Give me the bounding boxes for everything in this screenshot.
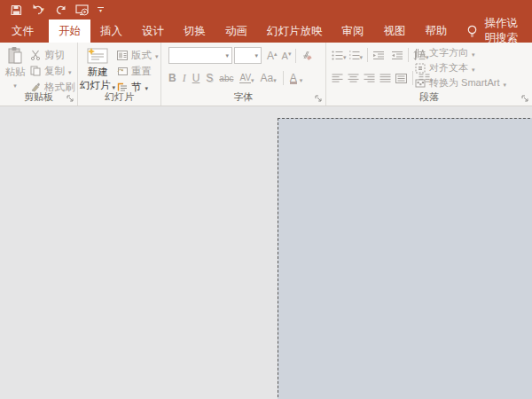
layout-label: 版式	[131, 49, 152, 62]
smartart-icon	[415, 78, 426, 89]
lightbulb-icon	[466, 25, 478, 38]
text-direction-button[interactable]: 文字方向	[415, 45, 506, 60]
font-color-button[interactable]: A	[290, 70, 303, 86]
paragraph-dialog-launcher-icon[interactable]	[521, 95, 529, 103]
align-right-icon[interactable]	[364, 74, 375, 83]
underline-button[interactable]: U	[192, 72, 200, 84]
copy-dropdown-icon[interactable]	[68, 66, 72, 76]
text-direction-icon	[415, 48, 426, 59]
layout-icon	[117, 51, 128, 60]
layout-dropdown-icon[interactable]	[155, 50, 159, 60]
title-bar: ▾ ▾	[0, 0, 532, 20]
numbering-button[interactable]	[348, 47, 364, 63]
font-name-dropdown-icon[interactable]: ▾	[225, 52, 229, 59]
strikethrough-button[interactable]: abc	[219, 74, 233, 83]
group-slides: 新建 幻灯片 版式 重置	[78, 43, 161, 106]
reset-icon	[117, 66, 128, 76]
change-case-button[interactable]: Aa	[261, 70, 277, 86]
align-left-icon[interactable]	[332, 74, 343, 83]
group-paragraph: 文字方向 对齐文本 转换为 SmartArt	[326, 43, 532, 106]
copy-icon	[30, 66, 41, 76]
tab-design[interactable]: 设计	[132, 20, 174, 43]
save-icon[interactable]	[9, 2, 23, 18]
bold-button[interactable]: B	[168, 72, 176, 84]
convert-to-smartart-button[interactable]: 转换为 SmartArt	[415, 75, 506, 90]
undo-icon[interactable]: ▾	[31, 2, 45, 18]
font-name-combobox[interactable]: ▾	[168, 47, 232, 64]
tab-file[interactable]: 文件	[0, 20, 45, 43]
decrease-font-size-button[interactable]: A▾	[282, 51, 292, 61]
numbering-icon	[348, 51, 360, 60]
paste-label: 粘贴	[5, 66, 26, 79]
font-group-label: 字体	[161, 90, 325, 104]
slides-group-label: 幻灯片	[78, 90, 160, 104]
convert-to-smartart-dropdown-icon[interactable]	[503, 78, 506, 89]
convert-to-smartart-label: 转换为 SmartArt	[429, 76, 499, 90]
clear-formatting-icon	[301, 50, 312, 61]
layout-button[interactable]: 版式	[117, 47, 159, 63]
character-spacing-button[interactable]: AV	[239, 70, 254, 86]
change-case-dropdown-icon[interactable]	[273, 70, 277, 86]
new-slide-dropdown-icon[interactable]	[112, 81, 115, 91]
text-direction-dropdown-icon[interactable]	[472, 48, 475, 59]
bullets-button[interactable]	[332, 47, 347, 63]
font-color-dropdown-icon[interactable]	[300, 70, 303, 86]
clipboard-dialog-launcher-icon[interactable]	[66, 95, 74, 103]
copy-label: 复制	[44, 65, 65, 78]
font-size-dropdown-icon[interactable]: ▾	[254, 52, 258, 59]
distributed-icon[interactable]	[395, 74, 407, 83]
tab-help[interactable]: 帮助	[416, 20, 458, 43]
increase-indent-icon[interactable]	[391, 51, 403, 60]
ribbon-home: 粘贴 剪切 复制	[0, 43, 532, 106]
increase-font-size-button[interactable]: A▴	[267, 50, 278, 62]
align-text-button[interactable]: 对齐文本	[415, 60, 506, 75]
paste-icon	[6, 46, 24, 66]
numbering-dropdown-icon[interactable]	[360, 47, 364, 63]
tell-me-search[interactable]: 操作说明搜索	[458, 20, 532, 43]
text-direction-label: 文字方向	[429, 46, 468, 59]
powerpoint-window: ▾ ▾ 文件 开始 插入 设计 切换 动画 幻灯片放映 审阅 视图 帮助 操作说…	[0, 0, 532, 399]
tab-view[interactable]: 视图	[374, 20, 416, 43]
paste-dropdown-icon[interactable]	[13, 79, 17, 90]
italic-button[interactable]: I	[183, 72, 186, 85]
text-shadow-button[interactable]: S	[206, 72, 213, 84]
bullets-dropdown-icon[interactable]	[343, 47, 347, 63]
slide-content-placeholder[interactable]	[278, 118, 532, 399]
align-text-icon	[415, 63, 426, 74]
reset-button[interactable]: 重置	[117, 63, 159, 79]
new-slide-label-1: 新建	[88, 66, 108, 79]
reset-label: 重置	[131, 65, 152, 78]
align-text-label: 对齐文本	[429, 61, 468, 74]
paragraph-group-label: 段落	[326, 90, 532, 104]
character-spacing-dropdown-icon[interactable]	[251, 70, 254, 86]
font-size-combobox[interactable]: ▾	[234, 47, 262, 64]
tab-transitions[interactable]: 切换	[174, 20, 215, 43]
justify-icon[interactable]	[379, 74, 391, 83]
tab-review[interactable]: 审阅	[332, 20, 374, 43]
copy-button[interactable]: 复制	[30, 63, 75, 79]
undo-dropdown-icon[interactable]: ▾	[41, 6, 44, 13]
editing-area	[0, 107, 532, 399]
tab-slideshow[interactable]: 幻灯片放映	[257, 20, 332, 43]
cut-label: 剪切	[44, 49, 65, 62]
align-center-icon[interactable]	[348, 74, 359, 83]
clipboard-group-label: 剪贴板	[0, 90, 77, 104]
customize-quick-access-toolbar-icon[interactable]: ▾	[98, 7, 104, 13]
font-dialog-launcher-icon[interactable]	[315, 95, 323, 103]
bullets-icon	[332, 51, 343, 60]
scissors-icon	[30, 50, 41, 60]
clear-formatting-button[interactable]	[301, 50, 312, 61]
tell-me-label: 操作说明搜索	[485, 16, 524, 46]
decrease-indent-icon[interactable]	[372, 51, 385, 60]
cut-button[interactable]: 剪切	[30, 47, 75, 63]
group-clipboard: 粘贴 剪切 复制	[0, 43, 78, 106]
tab-animations[interactable]: 动画	[215, 20, 257, 43]
font-color-swatch	[290, 82, 297, 84]
start-from-beginning-icon[interactable]	[75, 2, 90, 18]
align-text-dropdown-icon[interactable]	[472, 63, 475, 74]
group-font: ▾ ▾ A▴ A▾	[161, 43, 326, 106]
tab-insert[interactable]: 插入	[90, 20, 132, 43]
ribbon-tab-bar: 文件 开始 插入 设计 切换 动画 幻灯片放映 审阅 视图 帮助 操作说明搜索	[0, 20, 532, 43]
redo-icon[interactable]	[53, 2, 67, 18]
tab-home[interactable]: 开始	[49, 20, 90, 43]
